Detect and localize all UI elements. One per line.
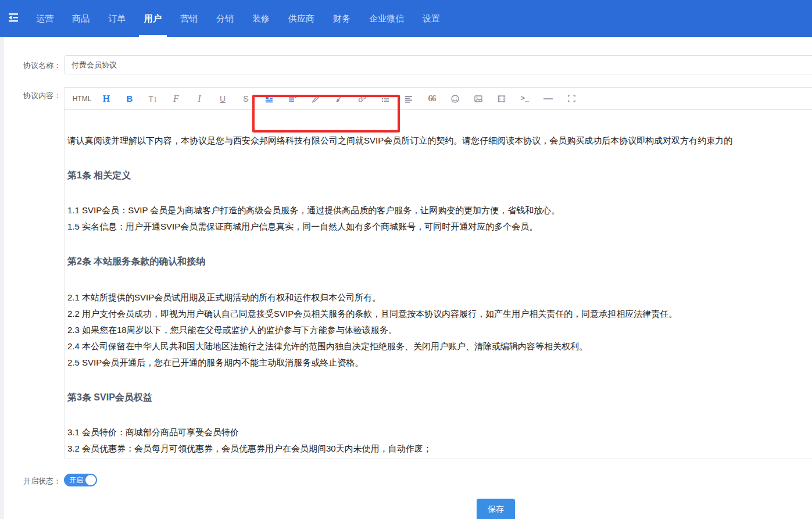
clause-2-3: 2.3 如果您在18周岁以下，您只能在父母或监护人的监护参与下方能参与体验该服务… [67, 324, 812, 336]
nav-menu: 运营 商品 订单 用户 营销 分销 装修 供应商 财务 企业微信 设置 [27, 0, 449, 37]
top-navbar: 运营 商品 订单 用户 营销 分销 装修 供应商 财务 企业微信 设置 [0, 0, 812, 37]
toolbar-heading-button[interactable]: H [95, 88, 118, 110]
toolbar-align-button[interactable] [397, 88, 420, 110]
italic-icon: I [198, 94, 201, 104]
toolbar-bold-button[interactable]: B [118, 88, 141, 110]
font-size-icon: T↕ [148, 94, 158, 103]
nav-item-label: 商品 [72, 13, 90, 24]
bold-icon: B [127, 94, 133, 103]
brush-icon [334, 94, 344, 103]
fullscreen-icon [567, 94, 576, 103]
nav-item-label: 装修 [252, 13, 270, 24]
align-left-icon [404, 94, 413, 103]
agreement-intro-line: 请认真阅读并理解以下内容，本协议是您与西安众邦网络科技有限公司之间就SVIP会员… [67, 135, 812, 146]
toolbar-strikethrough-button[interactable]: S [234, 88, 257, 110]
active-tab-underline [139, 35, 167, 37]
editor-content-area[interactable]: 请认真阅读并理解以下内容，本协议是您与西安众邦网络科技有限公司之间就SVIP会员… [65, 110, 812, 459]
clause-3-1: 3.1 会员特价：商城部分商品可享受会员特价 [67, 427, 812, 438]
status-label: 开启状态： [19, 476, 61, 486]
toolbar-italic-button[interactable]: I [188, 88, 211, 110]
toolbar-font-size-button[interactable]: T↕ [141, 88, 164, 110]
nav-item-label: 订单 [108, 13, 126, 24]
clause-2-4: 2.4 本公司保留在中华人民共和国大陆地区法施行之法律允许的范围内独自决定拒绝服… [67, 341, 812, 352]
clause-1-1: 1.1 SVIP会员：SVIP 会员是为商城客户打造的高级会员服务，通过提供高品… [67, 205, 812, 216]
line-height-icon-button[interactable] [281, 88, 304, 110]
agreement-name-label: 协议名称： [19, 60, 61, 71]
status-toggle[interactable]: 开启 [64, 474, 97, 486]
strikethrough-icon: S [243, 94, 248, 103]
nav-item-settings[interactable]: 设置 [413, 0, 449, 37]
clause-1-5: 1.5 实名信息：用户开通SVIP会员需保证商城用户信息真实，同一自然人如有多个… [67, 221, 812, 232]
toolbar-blockquote-button[interactable]: 66 [420, 88, 443, 110]
toolbar-video-button[interactable] [490, 88, 513, 110]
toolbar-background-color-button[interactable] [327, 88, 350, 110]
nav-item-orders[interactable]: 订单 [99, 0, 135, 37]
save-button[interactable]: 保存 [477, 499, 515, 519]
toggle-on-label: 开启 [69, 475, 83, 485]
toolbar-code-button[interactable]: >_ [513, 88, 536, 110]
clause-3-2: 3.2 会员优惠券：会员每月可领优惠券，会员优惠券用户在会员期间30天内未使用，… [67, 443, 812, 454]
clause-2-2: 2.2 用户支付会员成功，即视为用户确认自己同意接受SVIP会员相关服务的条款，… [67, 308, 812, 320]
font-style-icon: F [173, 94, 179, 104]
nav-item-wecom[interactable]: 企业微信 [360, 0, 413, 37]
link-icon [357, 94, 367, 103]
pen-icon [311, 94, 320, 103]
terminal-icon: >_ [521, 95, 529, 103]
nav-item-marketing[interactable]: 营销 [171, 0, 207, 37]
image-icon [474, 94, 483, 103]
page: 运营 商品 订单 用户 营销 分销 装修 供应商 财务 企业微信 设置 协议名称… [0, 0, 812, 519]
toolbar-horizontal-rule-button[interactable]: — [536, 88, 560, 110]
collapse-menu-icon [7, 11, 20, 26]
heading-icon: H [103, 94, 110, 104]
nav-item-distribution[interactable]: 分销 [207, 0, 243, 37]
emoji-icon [450, 94, 460, 103]
horizontal-rule-icon: — [543, 94, 553, 104]
toolbar-indent-button[interactable] [257, 88, 281, 110]
quote-icon: 66 [428, 94, 436, 103]
toolbar-underline-button[interactable]: U [211, 88, 234, 110]
sidebar-collapse-button[interactable] [0, 0, 27, 37]
clause-2-1: 2.1 本站所提供的SVIP会员试用期及正式期活动的所有权和运作权归本公司所有。 [67, 292, 812, 303]
toolbar-font-style-button[interactable]: F [164, 88, 188, 110]
html-source-icon: HTML [73, 95, 92, 103]
nav-item-label: 营销 [180, 13, 198, 24]
toolbar-emoji-button[interactable] [443, 88, 467, 110]
nav-item-suppliers[interactable]: 供应商 [279, 0, 324, 37]
nav-item-label: 运营 [36, 13, 53, 24]
underline-icon: U [220, 94, 226, 103]
toolbar-text-color-button[interactable] [304, 88, 327, 110]
nav-item-label: 用户 [144, 13, 162, 24]
section-3-heading: 第3条 SVIP会员权益 [67, 392, 812, 403]
nav-item-label: 供应商 [288, 13, 314, 24]
indent-icon [264, 94, 274, 103]
video-icon [497, 94, 506, 103]
page-left-gutter [0, 37, 4, 519]
toggle-knob [85, 475, 96, 485]
nav-item-operations[interactable]: 运营 [27, 0, 63, 37]
toolbar-ordered-list-button[interactable] [374, 88, 397, 110]
toolbar-html-source-button[interactable]: HTML [69, 88, 95, 110]
agreement-name-input[interactable] [64, 55, 812, 74]
nav-item-users[interactable]: 用户 [135, 0, 171, 37]
nav-item-label: 分销 [216, 13, 234, 24]
line-height-icon [288, 94, 297, 103]
agreement-content-label: 协议内容： [19, 91, 61, 101]
nav-item-label: 企业微信 [369, 13, 404, 24]
section-2-heading: 第2条 本站服务条款的确认和接纳 [67, 256, 812, 267]
ordered-list-icon [381, 94, 390, 103]
nav-item-products[interactable]: 商品 [63, 0, 99, 37]
nav-item-label: 设置 [423, 13, 440, 24]
toolbar-fullscreen-button[interactable] [560, 88, 583, 110]
clause-2-5: 2.5 SVIP会员开通后，您在已开通的服务期内不能主动取消服务或终止资格。 [67, 357, 812, 368]
nav-item-decoration[interactable]: 装修 [243, 0, 279, 37]
toolbar-link-button[interactable] [350, 88, 374, 110]
nav-item-label: 财务 [333, 13, 350, 24]
toolbar-image-button[interactable] [467, 88, 490, 110]
section-1-heading: 第1条 相关定义 [67, 170, 812, 181]
rich-text-editor: HTML H B T↕ F I U S [64, 87, 812, 459]
editor-toolbar: HTML H B T↕ F I U S [65, 88, 812, 110]
nav-item-finance[interactable]: 财务 [324, 0, 360, 37]
